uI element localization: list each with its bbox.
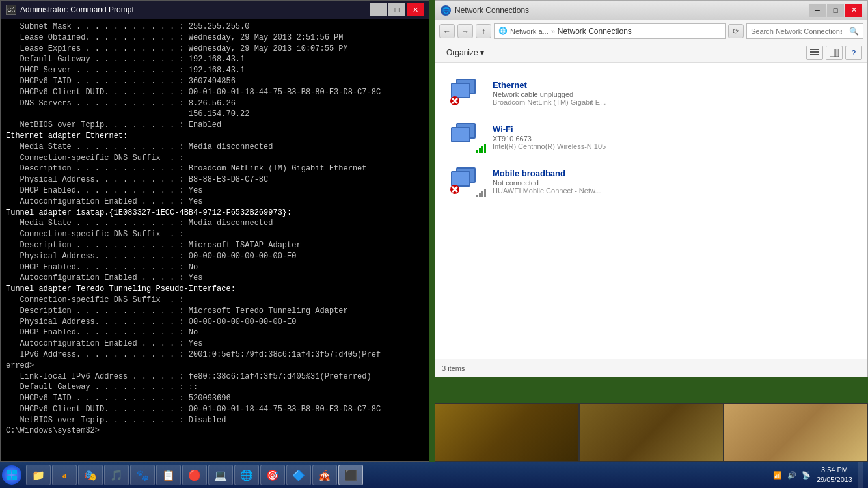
- windows-logo-icon: [6, 469, 18, 481]
- wifi-icon-area: [451, 123, 485, 152]
- cmd-close-button[interactable]: ✕: [407, 3, 424, 16]
- view-details-button[interactable]: [806, 46, 823, 60]
- network-tray-icon: 📶: [772, 470, 783, 480]
- desktop-thumbnails: [435, 403, 868, 462]
- back-button[interactable]: ←: [439, 24, 455, 38]
- ethernet-status-overlay: [450, 96, 460, 109]
- ethernet-status: Network cable unplugged: [493, 90, 852, 98]
- breadcrumb-part2: Network Connections: [558, 27, 632, 36]
- organize-button[interactable]: Organize ▾: [441, 45, 490, 61]
- breadcrumb-sep: »: [551, 27, 555, 35]
- taskbar-item-app11[interactable]: 🔷: [286, 465, 311, 485]
- wifi-description: Intel(R) Centrino(R) Wireless-N 105: [493, 142, 852, 150]
- mobile-signal-overlay: [476, 189, 486, 197]
- net-titlebar: 🌐 Network Connections ─ □ ✕: [435, 1, 867, 20]
- forward-button[interactable]: →: [457, 24, 473, 38]
- wifi-status: XT910 6673: [493, 135, 852, 142]
- start-orb-icon: [2, 465, 21, 485]
- taskbar-item-amazon[interactable]: a: [52, 465, 77, 485]
- cmd-app-icon: C:\: [6, 5, 16, 15]
- ethernet-x-icon: [450, 96, 460, 106]
- mobile-status-overlay: [450, 184, 460, 197]
- taskbar-item-app10[interactable]: 🎯: [260, 465, 285, 485]
- taskbar-pinned-items: 📁 a 🎭 🎵 🐾 📋 🔴 💻 🌐 🎯 �: [23, 462, 366, 488]
- mobile-status: Not connected: [493, 179, 852, 187]
- cmd-window-controls[interactable]: ─ □ ✕: [370, 3, 424, 16]
- cmd-title-text: Administrator: Command Prompt: [20, 5, 134, 14]
- breadcrumb-part1: Network a...: [510, 27, 549, 35]
- taskbar-item-app5[interactable]: 🐾: [130, 465, 155, 485]
- address-bar: ← → ↑ 🌐 Network a... » Network Connectio…: [435, 20, 867, 42]
- taskbar-item-app8[interactable]: 💻: [208, 465, 233, 485]
- help-button[interactable]: ?: [845, 46, 862, 60]
- show-desktop-button[interactable]: [858, 462, 863, 488]
- taskbar-item-chrome[interactable]: 🌐: [234, 465, 259, 485]
- up-button[interactable]: ↑: [476, 24, 491, 38]
- svg-rect-11: [7, 470, 11, 474]
- view-pane-button[interactable]: [826, 46, 843, 60]
- address-box[interactable]: 🌐 Network a... » Network Connections: [494, 23, 726, 39]
- wifi-computer-icon: [451, 123, 480, 146]
- mobile-bar-2: [479, 193, 481, 197]
- clock[interactable]: 3:54 PM 29/05/2013: [817, 465, 852, 485]
- mobile-bar-1: [476, 195, 478, 197]
- taskbar-item-cmd[interactable]: ⬛: [338, 465, 363, 485]
- wifi-bar-4: [484, 144, 486, 153]
- net-minimize-button[interactable]: ─: [809, 4, 826, 17]
- mobile-name: Mobile broadband: [493, 169, 852, 178]
- ethernet-name: Ethernet: [493, 80, 852, 90]
- desktop-thumbnail-3: [724, 403, 868, 462]
- explorer-icon: 📁: [32, 468, 45, 481]
- chrome-icon: 🌐: [240, 468, 253, 481]
- app7-icon: 🔴: [188, 468, 201, 481]
- wifi-signal-overlay: [476, 144, 486, 153]
- cmd-window: C:\ Administrator: Command Prompt ─ □ ✕ …: [0, 0, 429, 462]
- wifi-text: Wi-Fi XT910 6673 Intel(R) Centrino(R) Wi…: [493, 124, 852, 150]
- network-app-icon: 🌐: [441, 5, 451, 16]
- wifi-signal-bars: [476, 144, 486, 153]
- toolbar: Organize ▾ ?: [435, 42, 867, 63]
- cmd-maximize-button[interactable]: □: [388, 3, 405, 16]
- desktop-thumbnail-2: [579, 403, 724, 462]
- svg-rect-0: [810, 49, 819, 50]
- taskbar-item-app12[interactable]: 🎪: [312, 465, 337, 485]
- mobile-connection-item[interactable]: Mobile broadband Not connected HUAWEI Mo…: [446, 162, 857, 201]
- ethernet-icon-area: [451, 79, 485, 107]
- search-box[interactable]: 🔍: [746, 23, 863, 39]
- desktop-thumbnail-1: [435, 403, 579, 462]
- start-button[interactable]: [0, 462, 23, 488]
- taskbar-item-app6[interactable]: 📋: [156, 465, 181, 485]
- network-connections-window: 🌐 Network Connections ─ □ ✕ ← → ↑ 🌐 Netw…: [435, 0, 868, 377]
- app4-icon: 🎵: [110, 468, 123, 481]
- mobile-description: HUAWEI Mobile Connect - Netw...: [493, 187, 852, 195]
- net-close-button[interactable]: ✕: [845, 4, 862, 17]
- search-input[interactable]: [751, 27, 842, 35]
- net-maximize-button[interactable]: □: [827, 4, 844, 17]
- svg-rect-12: [12, 470, 17, 474]
- mobile-icon-area: [451, 167, 485, 196]
- cmd-minimize-button[interactable]: ─: [370, 3, 387, 16]
- ethernet-description: Broadcom NetLink (TM) Gigabit E...: [493, 98, 852, 106]
- wifi-bar-2: [479, 148, 481, 153]
- refresh-button[interactable]: ⟳: [728, 24, 744, 38]
- taskbar-item-explorer[interactable]: 📁: [26, 465, 51, 485]
- clock-time: 3:54 PM: [821, 465, 848, 475]
- app8-icon: 💻: [214, 468, 227, 481]
- taskbar-item-app4[interactable]: 🎵: [104, 465, 129, 485]
- net-window-controls[interactable]: ─ □ ✕: [809, 4, 862, 17]
- wifi-connection-item[interactable]: Wi-Fi XT910 6673 Intel(R) Centrino(R) Wi…: [446, 118, 857, 157]
- cmd-output[interactable]: Subnet Mask . . . . . . . . . . . : 255.…: [1, 19, 429, 461]
- systray-icons: 📶 🔊 📡: [772, 470, 811, 480]
- net-statusbar: 3 items: [435, 359, 867, 377]
- search-icon: 🔍: [849, 27, 859, 36]
- taskbar-item-app7[interactable]: 🔴: [182, 465, 207, 485]
- mobile-bar-4: [484, 189, 486, 197]
- signal-tray-icon: 📡: [801, 470, 811, 480]
- cmd-taskbar-icon: ⬛: [344, 468, 357, 481]
- taskbar-item-app3[interactable]: 🎭: [78, 465, 103, 485]
- ethernet-connection-item[interactable]: Ethernet Network cable unplugged Broadco…: [446, 74, 857, 113]
- breadcrumb: 🌐 Network a... » Network Connections: [498, 27, 632, 36]
- app11-icon: 🔷: [292, 468, 305, 481]
- mobile-text: Mobile broadband Not connected HUAWEI Mo…: [493, 169, 852, 195]
- wifi-bar-1: [476, 150, 478, 153]
